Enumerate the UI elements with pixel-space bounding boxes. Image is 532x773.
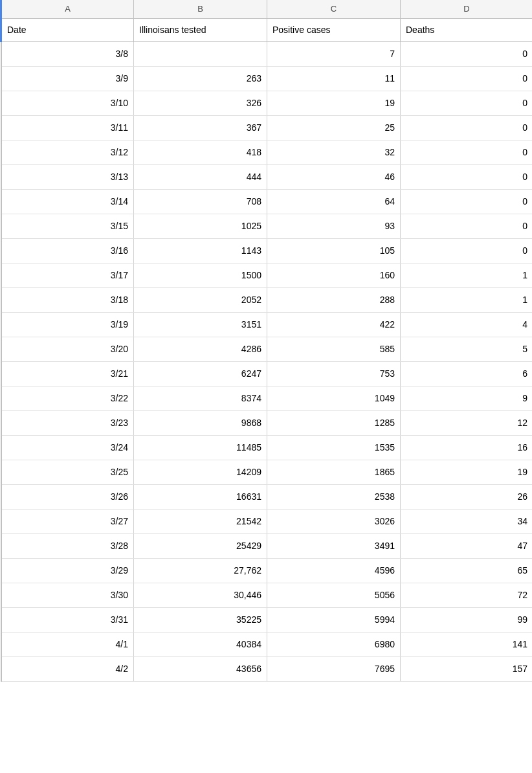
cell-positive: 7695 — [267, 656, 401, 681]
cell-tested: 43656 — [134, 656, 267, 681]
cell-deaths: 0 — [401, 189, 533, 214]
header-deaths: Deaths — [401, 18, 533, 41]
cell-positive: 6980 — [267, 632, 401, 656]
cell-tested: 3151 — [134, 312, 267, 337]
cell-positive: 5056 — [267, 583, 401, 607]
cell-date: 3/24 — [1, 435, 134, 460]
cell-date: 3/16 — [1, 238, 134, 263]
cell-positive: 585 — [267, 337, 401, 361]
cell-tested: 326 — [134, 91, 267, 115]
table-row: 3/22837410499 — [1, 386, 533, 410]
table-row: 3/2721542302634 — [1, 509, 533, 533]
cell-positive: 3026 — [267, 509, 401, 533]
cell-date: 3/15 — [1, 214, 134, 238]
table-row: 3/870 — [1, 41, 533, 66]
cell-date: 3/26 — [1, 484, 134, 509]
cell-deaths: 34 — [401, 509, 533, 533]
cell-deaths: 0 — [401, 115, 533, 140]
cell-tested: 367 — [134, 115, 267, 140]
cell-deaths: 72 — [401, 583, 533, 607]
cell-date: 4/1 — [1, 632, 134, 656]
header-date: Date — [1, 18, 134, 41]
cell-deaths: 0 — [401, 91, 533, 115]
cell-tested: 1143 — [134, 238, 267, 263]
cell-deaths: 26 — [401, 484, 533, 509]
column-header-row: A B C D — [1, 0, 533, 18]
cell-date: 3/12 — [1, 140, 134, 164]
cell-positive: 288 — [267, 287, 401, 312]
cell-deaths: 4 — [401, 312, 533, 337]
cell-tested: 27,762 — [134, 558, 267, 583]
table-row: 3/10326190 — [1, 91, 533, 115]
table-row: 3/2616631253826 — [1, 484, 533, 509]
table-row: 3/1715001601 — [1, 263, 533, 287]
cell-tested: 25429 — [134, 533, 267, 558]
table-row: 3/3135225599499 — [1, 607, 533, 632]
col-header-d: D — [401, 0, 533, 18]
table-row: 3/2042865855 — [1, 337, 533, 361]
cell-deaths: 0 — [401, 140, 533, 164]
cell-positive: 753 — [267, 361, 401, 386]
cell-positive: 25 — [267, 115, 401, 140]
cell-tested: 263 — [134, 66, 267, 91]
table-row: 3/2514209186519 — [1, 460, 533, 484]
data-header-row: Date Illinoisans tested Positive cases D… — [1, 18, 533, 41]
cell-positive: 1285 — [267, 410, 401, 435]
cell-date: 3/11 — [1, 115, 134, 140]
cell-date: 3/18 — [1, 287, 134, 312]
cell-positive: 105 — [267, 238, 401, 263]
cell-tested: 6247 — [134, 361, 267, 386]
cell-positive: 32 — [267, 140, 401, 164]
table-row: 3/2927,762459665 — [1, 558, 533, 583]
cell-date: 3/14 — [1, 189, 134, 214]
cell-deaths: 0 — [401, 66, 533, 91]
cell-tested: 14209 — [134, 460, 267, 484]
cell-tested: 11485 — [134, 435, 267, 460]
cell-positive: 93 — [267, 214, 401, 238]
cell-date: 3/22 — [1, 386, 134, 410]
cell-date: 3/31 — [1, 607, 134, 632]
cell-deaths: 9 — [401, 386, 533, 410]
cell-positive: 4596 — [267, 558, 401, 583]
table-row: 4/1403846980141 — [1, 632, 533, 656]
cell-positive: 46 — [267, 164, 401, 189]
table-row: 3/1931514224 — [1, 312, 533, 337]
cell-tested: 40384 — [134, 632, 267, 656]
cell-positive: 2538 — [267, 484, 401, 509]
cell-positive: 422 — [267, 312, 401, 337]
cell-tested: 1500 — [134, 263, 267, 287]
cell-date: 3/10 — [1, 91, 134, 115]
cell-tested: 708 — [134, 189, 267, 214]
table-row: 3/2162477536 — [1, 361, 533, 386]
cell-date: 3/21 — [1, 361, 134, 386]
cell-tested: 418 — [134, 140, 267, 164]
cell-positive: 7 — [267, 41, 401, 66]
cell-positive: 1049 — [267, 386, 401, 410]
table-row: 3/1611431050 — [1, 238, 533, 263]
cell-deaths: 141 — [401, 632, 533, 656]
header-tested: Illinoisans tested — [134, 18, 267, 41]
cell-positive: 5994 — [267, 607, 401, 632]
cell-date: 3/28 — [1, 533, 134, 558]
table-row: 3/11367250 — [1, 115, 533, 140]
cell-deaths: 0 — [401, 238, 533, 263]
cell-positive: 160 — [267, 263, 401, 287]
col-header-a: A — [1, 0, 134, 18]
cell-deaths: 6 — [401, 361, 533, 386]
cell-positive: 11 — [267, 66, 401, 91]
cell-deaths: 0 — [401, 41, 533, 66]
cell-deaths: 157 — [401, 656, 533, 681]
cell-deaths: 5 — [401, 337, 533, 361]
cell-date: 3/30 — [1, 583, 134, 607]
spreadsheet-table: A B C D Date Illinoisans tested Positive… — [0, 0, 532, 682]
cell-tested: 2052 — [134, 287, 267, 312]
table-row: 3/239868128512 — [1, 410, 533, 435]
cell-deaths: 12 — [401, 410, 533, 435]
table-row: 3/151025930 — [1, 214, 533, 238]
cell-date: 3/25 — [1, 460, 134, 484]
cell-deaths: 0 — [401, 214, 533, 238]
cell-deaths: 19 — [401, 460, 533, 484]
cell-deaths: 16 — [401, 435, 533, 460]
cell-tested: 16631 — [134, 484, 267, 509]
cell-date: 3/19 — [1, 312, 134, 337]
